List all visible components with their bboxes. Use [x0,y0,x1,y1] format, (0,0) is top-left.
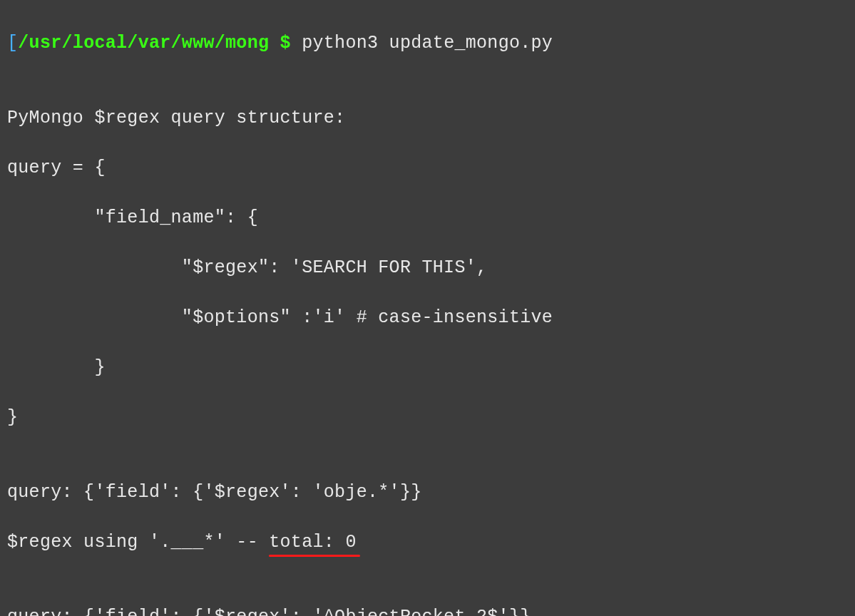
query-line: query: {'field': {'$regex': 'obje.*'}} [7,480,848,505]
prompt-line-1: [/usr/local/var/www/mong $ python3 updat… [7,31,848,56]
terminal[interactable]: [/usr/local/var/www/mong $ python3 updat… [7,6,848,616]
output-line: } [7,355,848,380]
cwd-path: /usr/local/var/www/mong [18,33,269,53]
output-line: "$options" :'i' # case-insensitive [7,305,848,330]
output-line: query = { [7,155,848,180]
output-line: "$regex": 'SEARCH FOR THIS', [7,255,848,280]
output-line: } [7,405,848,430]
result-prefix: $regex using '.___*' -- [7,532,269,553]
output-line: PyMongo $regex query structure: [7,106,848,130]
output-line: "field_name": { [7,205,848,230]
bracket-open: [ [7,33,18,53]
prompt-symbol: $ [269,33,302,53]
total-highlight: total: 0 [269,530,356,555]
result-line: $regex using '.___*' -- total: 0 [7,530,848,555]
command-text: python3 update_mongo.py [302,33,553,53]
query-line: query: {'field': {'$regex': '^ObjectRock… [7,605,848,616]
